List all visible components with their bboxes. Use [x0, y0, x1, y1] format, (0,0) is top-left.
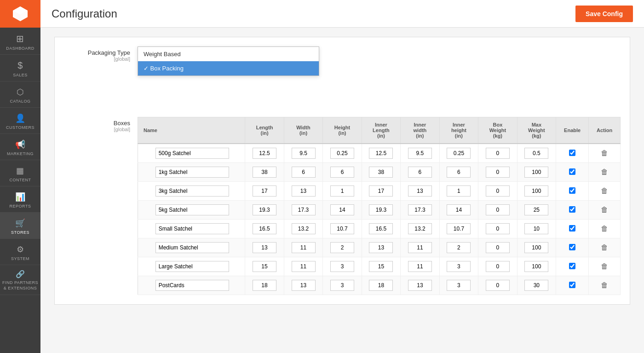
delete-row-button[interactable]: 🗑 [598, 205, 611, 215]
box-weight-input[interactable] [486, 280, 510, 291]
box-inner-width-input[interactable] [408, 167, 432, 178]
box-inner-length-input[interactable] [369, 261, 393, 272]
sidebar-item-dashboard[interactable]: ⊞ Dashboard [0, 28, 40, 55]
box-height-input[interactable] [330, 185, 354, 197]
box-length-input[interactable] [253, 185, 276, 197]
delete-row-button[interactable]: 🗑 [598, 148, 611, 158]
sidebar-item-customers[interactable]: 👤 Customers [0, 108, 40, 134]
logo[interactable] [0, 0, 40, 28]
box-length-input[interactable] [253, 167, 276, 178]
sidebar-item-stores[interactable]: 🛒 Stores [0, 213, 40, 239]
delete-row-button[interactable]: 🗑 [598, 243, 611, 253]
box-width-input[interactable] [292, 261, 316, 272]
box-inner-height-input[interactable] [447, 223, 471, 234]
dropdown-option-weight-based[interactable]: Weight Based [138, 47, 319, 61]
box-inner-width-input[interactable] [408, 280, 432, 291]
box-length-input[interactable] [253, 204, 276, 215]
box-height-input[interactable] [330, 280, 354, 291]
box-enable-checkbox[interactable] [569, 206, 575, 213]
sidebar-item-system[interactable]: ⚙ System [0, 239, 40, 265]
delete-row-button[interactable]: 🗑 [598, 186, 611, 196]
box-enable-checkbox[interactable] [569, 282, 575, 288]
box-name-input[interactable] [155, 167, 229, 178]
box-length-input[interactable] [253, 242, 276, 253]
box-inner-width-input[interactable] [408, 148, 432, 159]
box-inner-height-input[interactable] [447, 280, 471, 291]
box-inner-height-input[interactable] [447, 148, 471, 159]
box-enable-checkbox[interactable] [569, 150, 575, 156]
box-enable-checkbox[interactable] [569, 244, 575, 250]
box-max-weight-input[interactable] [524, 280, 548, 291]
box-width-input[interactable] [292, 185, 316, 197]
box-inner-length-input[interactable] [369, 148, 393, 159]
box-weight-input[interactable] [486, 261, 510, 272]
box-weight-input[interactable] [486, 223, 510, 234]
sidebar-item-sales[interactable]: $ Sales [0, 55, 40, 81]
dropdown-option-box-packing[interactable]: ✓ Box Packing [138, 61, 319, 75]
box-max-weight-input[interactable] [524, 148, 548, 159]
delete-row-button[interactable]: 🗑 [598, 167, 611, 177]
box-max-weight-input[interactable] [524, 223, 548, 234]
box-name-input[interactable] [155, 261, 229, 272]
box-inner-length-input[interactable] [369, 167, 393, 178]
box-length-input[interactable] [253, 148, 276, 159]
box-height-input[interactable] [330, 167, 354, 178]
box-inner-width-input[interactable] [408, 204, 432, 215]
delete-row-button[interactable]: 🗑 [598, 280, 611, 290]
box-weight-input[interactable] [486, 242, 510, 253]
box-inner-width-input[interactable] [408, 223, 432, 234]
box-inner-width-input[interactable] [408, 261, 432, 272]
sidebar-item-catalog[interactable]: ⬡ Catalog [0, 81, 40, 108]
box-inner-height-input[interactable] [447, 242, 471, 253]
box-enable-checkbox[interactable] [569, 263, 575, 269]
box-name-input[interactable] [155, 223, 229, 234]
box-max-weight-input[interactable] [524, 242, 548, 253]
box-inner-length-input[interactable] [369, 204, 393, 215]
delete-row-button[interactable]: 🗑 [598, 261, 611, 272]
box-inner-length-input[interactable] [369, 223, 393, 234]
save-config-button[interactable]: Save Config [575, 6, 633, 22]
box-enable-checkbox[interactable] [569, 168, 575, 175]
box-width-input[interactable] [292, 148, 316, 159]
box-inner-height-input[interactable] [447, 185, 471, 197]
box-inner-length-input[interactable] [369, 242, 393, 253]
box-width-input[interactable] [292, 167, 316, 178]
box-weight-input[interactable] [486, 148, 510, 159]
box-inner-height-input[interactable] [447, 204, 471, 215]
box-inner-height-input[interactable] [447, 167, 471, 178]
box-height-input[interactable] [330, 148, 354, 159]
box-inner-width-input[interactable] [408, 242, 432, 253]
box-inner-width-input[interactable] [408, 185, 432, 197]
box-enable-checkbox[interactable] [569, 187, 575, 194]
box-width-input[interactable] [292, 204, 316, 215]
box-max-weight-input[interactable] [524, 261, 548, 272]
box-weight-input[interactable] [486, 185, 510, 197]
box-height-input[interactable] [330, 261, 354, 272]
box-max-weight-input[interactable] [524, 185, 548, 197]
box-inner-height-input[interactable] [447, 261, 471, 272]
box-inner-length-input[interactable] [369, 185, 393, 197]
box-width-input[interactable] [292, 242, 316, 253]
box-width-input[interactable] [292, 280, 316, 291]
sidebar-item-marketing[interactable]: 📢 Marketing [0, 134, 40, 160]
box-enable-checkbox[interactable] [569, 225, 575, 231]
box-weight-input[interactable] [486, 204, 510, 215]
box-name-input[interactable] [155, 280, 229, 291]
box-height-input[interactable] [330, 242, 354, 253]
box-name-input[interactable] [155, 242, 229, 253]
box-name-input[interactable] [155, 204, 229, 215]
box-max-weight-input[interactable] [524, 204, 548, 215]
box-length-input[interactable] [253, 261, 276, 272]
box-max-weight-input[interactable] [524, 167, 548, 178]
sidebar-item-partners[interactable]: 🔗 Find Partners & Extensions [0, 265, 40, 295]
box-weight-input[interactable] [486, 167, 510, 178]
box-length-input[interactable] [253, 280, 276, 291]
box-height-input[interactable] [330, 204, 354, 215]
box-name-input[interactable] [155, 185, 229, 197]
delete-row-button[interactable]: 🗑 [598, 224, 611, 234]
sidebar-item-content[interactable]: ▦ Content [0, 160, 40, 186]
box-name-input[interactable] [155, 148, 229, 159]
sidebar-item-reports[interactable]: 📊 Reports [0, 186, 40, 213]
box-width-input[interactable] [292, 223, 316, 234]
box-inner-length-input[interactable] [369, 280, 393, 291]
